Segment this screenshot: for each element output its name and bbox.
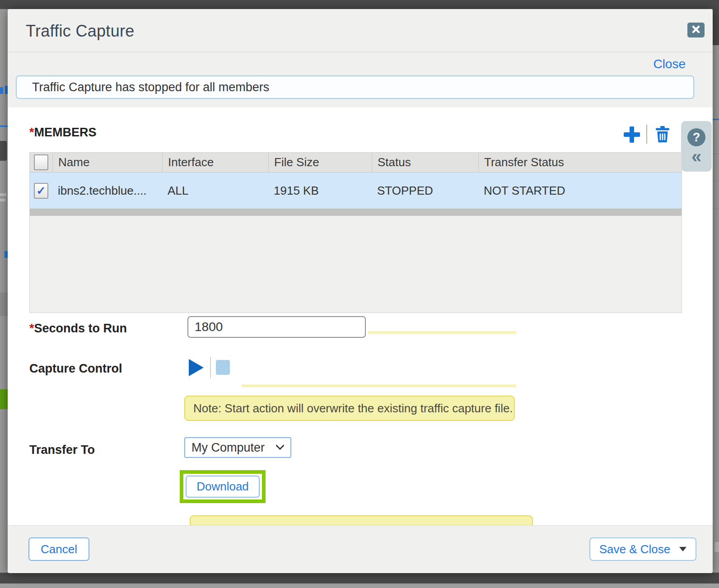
- cell-file-size: 1915 KB: [268, 184, 372, 198]
- background-green-bar: [0, 389, 8, 409]
- overwrite-note: Note: Start action will overwrite the ex…: [184, 396, 515, 421]
- cancel-button[interactable]: Cancel: [28, 537, 89, 561]
- column-header-interface: Interface: [162, 153, 268, 172]
- overlay-top: [0, 0, 719, 9]
- download-button[interactable]: Download: [186, 476, 260, 498]
- cell-status: STOPPED: [372, 184, 478, 198]
- download-highlight-box: Download: [180, 470, 266, 503]
- background-button-fragment: [0, 141, 7, 161]
- header-divider: [8, 52, 713, 52]
- capture-control-divider: [210, 357, 211, 378]
- background-band-fragment: [0, 293, 8, 316]
- chevron-down-icon: [276, 445, 284, 450]
- transfer-to-value: My Computer: [191, 441, 265, 455]
- background-row-line: [713, 209, 719, 209]
- background-scrollbar-fragment: [714, 542, 719, 552]
- close-x-icon: [691, 25, 700, 36]
- cell-transfer-status: NOT STARTED: [478, 184, 682, 198]
- members-table-header: Name Interface File Size Status Transfer…: [30, 153, 682, 173]
- status-message-banner: Traffic Capture has stopped for all memb…: [16, 75, 694, 99]
- required-asterisk: *: [29, 126, 34, 139]
- dialog-close-button[interactable]: [687, 23, 705, 37]
- row-checkbox[interactable]: ✓: [34, 183, 48, 199]
- capture-control-label: Capture Control: [29, 362, 122, 376]
- add-member-icon[interactable]: [624, 126, 640, 143]
- cell-interface: ALL: [162, 184, 268, 198]
- background-tab-underline: [713, 119, 719, 120]
- overlay-bottom-edge: [0, 583, 719, 588]
- dialog-title: Traffic Capture: [26, 22, 135, 41]
- clipped-note-box: [190, 515, 533, 525]
- overwrite-note-text: Note: Start action will overwrite the ex…: [193, 401, 513, 415]
- select-all-checkbox[interactable]: [34, 154, 48, 170]
- background-text-fragment: [0, 87, 3, 94]
- members-section-label: *MEMBERS: [29, 126, 97, 140]
- traffic-capture-dialog: Traffic Capture Close Traffic Capture ha…: [8, 9, 713, 573]
- start-capture-icon[interactable]: [189, 359, 204, 376]
- background-row-line: [713, 181, 719, 181]
- help-icon[interactable]: ?: [687, 128, 705, 146]
- column-header-transfer-status: Transfer Status: [478, 153, 682, 172]
- members-table: Name Interface File Size Status Transfer…: [29, 152, 682, 313]
- select-all-cell: [30, 153, 52, 172]
- transfer-to-label: Transfer To: [29, 443, 95, 457]
- cell-name: ibns2.techblue....: [52, 184, 162, 198]
- member-table-row[interactable]: ✓ ibns2.techblue.... ALL 1915 KB STOPPED…: [30, 173, 682, 209]
- transfer-to-select[interactable]: My Computer: [184, 437, 291, 458]
- table-horizontal-scrollbar[interactable]: [30, 209, 682, 216]
- required-asterisk: *: [29, 322, 34, 335]
- delete-member-icon[interactable]: [654, 124, 672, 145]
- highlight-strip: [368, 331, 516, 334]
- action-divider: [646, 125, 647, 144]
- background-header-fragment: [713, 9, 719, 45]
- save-and-close-button[interactable]: Save & Close: [589, 537, 696, 561]
- background-row-line: [713, 154, 719, 154]
- seconds-to-run-label: *Seconds to Run: [29, 322, 127, 336]
- column-header-name: Name: [52, 153, 162, 172]
- highlight-strip: [242, 385, 516, 387]
- side-tab: ? «: [681, 121, 712, 172]
- screen: Traffic Capture Close Traffic Capture ha…: [0, 0, 719, 588]
- background-tab-underline: [0, 126, 8, 127]
- triangle-down-icon: [679, 547, 686, 551]
- seconds-to-run-input[interactable]: [187, 316, 366, 338]
- collapse-panel-icon[interactable]: «: [691, 148, 701, 164]
- background-text-fragment: [0, 193, 6, 196]
- dialog-footer: Cancel Save & Close: [8, 525, 713, 573]
- background-text-fragment: [5, 251, 8, 258]
- dialog-content: *MEMBERS ? «: [8, 107, 713, 525]
- stop-capture-icon[interactable]: [216, 360, 230, 375]
- check-icon: ✓: [37, 185, 46, 196]
- background-text-fragment: [0, 199, 5, 201]
- column-header-status: Status: [372, 153, 478, 172]
- close-link[interactable]: Close: [653, 57, 686, 71]
- column-header-file-size: File Size: [268, 153, 372, 172]
- status-message-text: Traffic Capture has stopped for all memb…: [32, 80, 269, 94]
- save-and-close-label: Save & Close: [599, 542, 671, 556]
